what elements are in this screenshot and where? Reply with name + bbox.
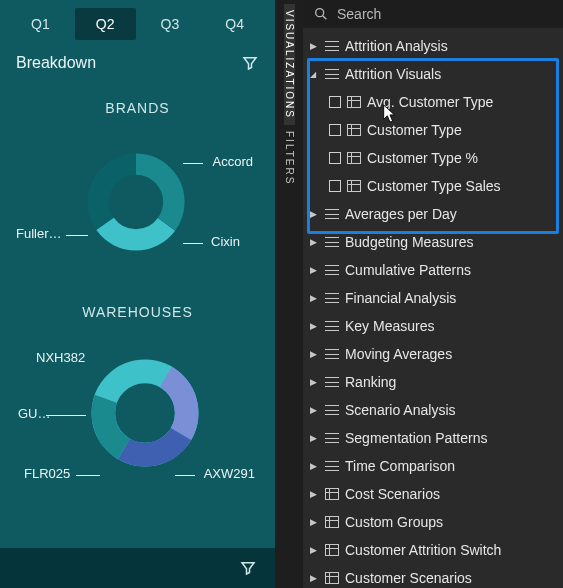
- tree-field[interactable]: Avg. Customer Type: [303, 88, 563, 116]
- tree-item-label: Moving Averages: [345, 346, 452, 362]
- tree-item[interactable]: ◢Attrition Visuals: [303, 60, 563, 88]
- tree-field-label: Customer Type Sales: [367, 178, 501, 194]
- tree-item-label: Attrition Visuals: [345, 66, 441, 82]
- checkbox[interactable]: [329, 180, 341, 192]
- rail-filters[interactable]: FILTERS: [284, 125, 295, 191]
- filter-icon-bottom[interactable]: [239, 559, 257, 577]
- tree-field[interactable]: Customer Type Sales: [303, 172, 563, 200]
- tree-item-label: Key Measures: [345, 318, 434, 334]
- tree-item-label: Time Comparison: [345, 458, 455, 474]
- tree-field-label: Customer Type: [367, 122, 462, 138]
- brand-label-accord: Accord: [213, 154, 253, 169]
- breakdown-title: Breakdown: [16, 54, 96, 72]
- wh-label-3: AXW291: [204, 466, 255, 481]
- tree-field[interactable]: Customer Type: [303, 116, 563, 144]
- tree-item[interactable]: ▶Averages per Day: [303, 200, 563, 228]
- checkbox[interactable]: [329, 152, 341, 164]
- warehouses-heading: WAREHOUSES: [0, 304, 275, 320]
- tree-item-label: Attrition Analysis: [345, 38, 448, 54]
- tree-item[interactable]: ▶Customer Scenarios: [303, 564, 563, 588]
- tree-item[interactable]: ▶Segmentation Patterns: [303, 424, 563, 452]
- tree-item[interactable]: ▶Cost Scenarios: [303, 480, 563, 508]
- tree-field-label: Customer Type %: [367, 150, 478, 166]
- filter-icon[interactable]: [241, 54, 259, 72]
- checkbox[interactable]: [329, 96, 341, 108]
- bottom-bar: [0, 548, 275, 588]
- tree-item[interactable]: ▶Budgeting Measures: [303, 228, 563, 256]
- tree-item-label: Segmentation Patterns: [345, 430, 487, 446]
- fields-tree: ▶Attrition Analysis◢Attrition VisualsAvg…: [303, 28, 563, 588]
- tree-item-label: Cost Scenarios: [345, 486, 440, 502]
- side-rail: VISUALIZATIONS FILTERS: [275, 0, 303, 588]
- tab-q4[interactable]: Q4: [204, 8, 265, 40]
- tab-q1[interactable]: Q1: [10, 8, 71, 40]
- search-icon: [313, 6, 329, 22]
- tree-item[interactable]: ▶Ranking: [303, 368, 563, 396]
- tree-item[interactable]: ▶Key Measures: [303, 312, 563, 340]
- tree-field[interactable]: Customer Type %: [303, 144, 563, 172]
- tree-item-label: Averages per Day: [345, 206, 457, 222]
- tree-item-label: Ranking: [345, 374, 396, 390]
- search-box[interactable]: Search: [303, 0, 563, 28]
- brand-label-fuller: Fuller…: [16, 226, 62, 241]
- tree-item[interactable]: ▶Financial Analysis: [303, 284, 563, 312]
- warehouses-donut: NXH382 GU… FLR025 AXW291: [0, 326, 275, 526]
- brands-donut: Accord Cixin Fuller…: [0, 122, 275, 282]
- tree-item-label: Custom Groups: [345, 514, 443, 530]
- tree-field-label: Avg. Customer Type: [367, 94, 493, 110]
- tree-item[interactable]: ▶Time Comparison: [303, 452, 563, 480]
- tab-q2[interactable]: Q2: [75, 8, 136, 40]
- tree-item[interactable]: ▶Custom Groups: [303, 508, 563, 536]
- checkbox[interactable]: [329, 124, 341, 136]
- tree-item-label: Financial Analysis: [345, 290, 456, 306]
- brands-heading: BRANDS: [0, 100, 275, 116]
- brand-label-cixin: Cixin: [211, 234, 240, 249]
- tree-item[interactable]: ▶Scenario Analysis: [303, 396, 563, 424]
- svg-line-8: [323, 16, 327, 20]
- tree-item-label: Scenario Analysis: [345, 402, 456, 418]
- tree-item[interactable]: ▶Cumulative Patterns: [303, 256, 563, 284]
- wh-label-2: FLR025: [24, 466, 70, 481]
- quarter-tabs: Q1Q2Q3Q4: [0, 0, 275, 46]
- tab-q3[interactable]: Q3: [140, 8, 201, 40]
- breakdown-pane: Q1Q2Q3Q4 Breakdown BRANDS Accord Cixin F…: [0, 0, 275, 588]
- tree-item-label: Cumulative Patterns: [345, 262, 471, 278]
- tree-item[interactable]: ▶Customer Attrition Switch: [303, 536, 563, 564]
- tree-item[interactable]: ▶Moving Averages: [303, 340, 563, 368]
- tree-item[interactable]: ▶Attrition Analysis: [303, 32, 563, 60]
- tree-item-label: Customer Attrition Switch: [345, 542, 501, 558]
- rail-visualizations[interactable]: VISUALIZATIONS: [284, 4, 295, 125]
- tree-item-label: Budgeting Measures: [345, 234, 473, 250]
- search-placeholder: Search: [337, 6, 381, 22]
- wh-label-1: GU…: [18, 406, 51, 421]
- svg-point-7: [316, 9, 324, 17]
- wh-label-0: NXH382: [36, 350, 85, 365]
- tree-item-label: Customer Scenarios: [345, 570, 472, 586]
- fields-pane: VISUALIZATIONS FILTERS Search ▶Attrition…: [275, 0, 563, 588]
